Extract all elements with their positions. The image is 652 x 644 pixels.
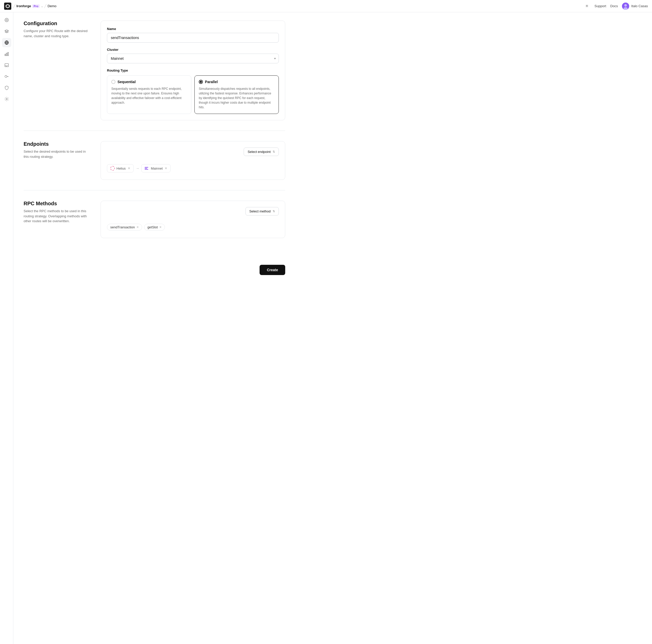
helius-label: Helius <box>116 166 126 170</box>
rpc-right: Select method ⇅ sendTransaction ✕ getSlo… <box>101 200 285 238</box>
endpoint-chip-helius: Helius ✕ <box>107 164 134 172</box>
method-chip-getslot: getSlot ✕ <box>144 224 165 231</box>
sidebar-item-inbox[interactable] <box>2 60 11 70</box>
support-link[interactable]: Support <box>595 4 606 8</box>
user-name: Italo Casas <box>631 4 648 8</box>
avatar <box>622 3 629 10</box>
brand-name[interactable]: Ironforge <box>17 4 31 8</box>
endpoint-chip-mainnet: Mainnet ✕ <box>141 164 170 172</box>
mainnet-line-1 <box>145 167 148 167</box>
routing-card-parallel[interactable]: Parallel Simultaneously dispatches reque… <box>194 75 279 114</box>
svg-rect-10 <box>8 52 8 56</box>
cluster-select[interactable]: Mainnet Devnet Testnet <box>107 54 279 63</box>
sidebar-item-radio[interactable] <box>2 16 11 25</box>
radio-sequential <box>111 80 115 84</box>
breadcrumb-chevron: ⌄ <box>41 4 43 8</box>
select-method-button[interactable]: Select method ⇅ <box>245 207 279 216</box>
sidebar-item-gear[interactable] <box>2 95 11 104</box>
select-endpoint-button[interactable]: Select endpoint ⇅ <box>244 147 279 156</box>
pro-badge: Pro <box>32 4 40 8</box>
endpoints-desc: Select the desired endpoints to be used … <box>24 149 90 159</box>
sidebar-item-chart[interactable] <box>2 49 11 58</box>
radio-parallel-dot <box>200 81 202 83</box>
method-chip-sendtransaction: sendTransaction ✕ <box>107 224 142 231</box>
main-content: Configuration Configure your RPC Route w… <box>13 12 296 294</box>
routing-options: Sequential Sequentially sends requests t… <box>107 75 279 114</box>
logo-icon <box>4 3 11 10</box>
sidebar-item-globe[interactable] <box>2 38 11 47</box>
mainnet-line-3 <box>145 169 148 169</box>
mainnet-label: Mainnet <box>151 166 163 170</box>
theme-toggle-icon[interactable]: ☀ <box>583 3 591 10</box>
rpc-methods-section: RPC Methods Select the RPC methods to be… <box>24 200 285 248</box>
routing-sequential-title: Sequential <box>117 80 136 84</box>
config-left: Configuration Configure your RPC Route w… <box>24 21 90 120</box>
cluster-select-wrapper: Mainnet Devnet Testnet ▾ <box>107 54 279 63</box>
method-sendtransaction-label: sendTransaction <box>110 225 135 229</box>
rpc-left: RPC Methods Select the RPC methods to be… <box>24 200 90 238</box>
helius-icon <box>110 166 115 171</box>
select-method-label: Select method <box>249 209 271 213</box>
slash-icon-2: ╱ <box>44 4 47 8</box>
endpoint-chips: Helius ✕ → Mainnet ✕ <box>107 161 279 173</box>
mainnet-close[interactable]: ✕ <box>165 166 167 170</box>
svg-point-13 <box>6 99 7 100</box>
docs-link[interactable]: Docs <box>610 4 618 8</box>
topbar-right: ☀ Support Docs Italo Casas <box>583 3 648 10</box>
user-menu[interactable]: Italo Casas <box>622 3 648 10</box>
svg-point-6 <box>6 19 7 21</box>
footer-row: Create <box>24 259 285 285</box>
configuration-section: Configuration Configure your RPC Route w… <box>24 21 285 131</box>
radio-parallel <box>199 80 203 84</box>
config-desc: Configure your RPC Route with the desire… <box>24 28 90 38</box>
routing-card-sequential[interactable]: Sequential Sequentially sends requests t… <box>107 75 191 114</box>
name-label: Name <box>107 27 279 31</box>
svg-rect-9 <box>6 53 7 56</box>
config-title: Configuration <box>24 21 90 26</box>
method-chips: sendTransaction ✕ getSlot ✕ <box>107 221 279 232</box>
svg-rect-11 <box>5 64 8 67</box>
method-getslot-label: getSlot <box>147 225 158 229</box>
topbar-left: ╱ Ironforge Pro ⌄ ╱ Demo <box>4 3 56 10</box>
endpoints-left: Endpoints Select the desired endpoints t… <box>24 141 90 180</box>
endpoint-select-row: Select endpoint ⇅ <box>107 147 279 156</box>
method-sendtransaction-close[interactable]: ✕ <box>136 225 139 229</box>
sidebar-item-key[interactable] <box>2 72 11 81</box>
svg-point-12 <box>5 75 7 78</box>
rpc-desc: Select the RPC methods to be used in thi… <box>24 209 90 224</box>
mainnet-icon <box>145 166 149 171</box>
routing-sequential-desc: Sequentially sends requests to each RPC … <box>111 86 187 105</box>
name-input[interactable] <box>107 33 279 43</box>
svg-rect-8 <box>5 54 6 56</box>
rpc-title: RPC Methods <box>24 200 90 207</box>
sidebar <box>0 12 13 294</box>
routing-parallel-desc: Simultaneously dispatches requests to al… <box>199 86 274 110</box>
select-method-arrow: ⇅ <box>273 210 275 213</box>
routing-type-label: Routing Type <box>107 69 279 72</box>
select-endpoint-arrow: ⇅ <box>273 150 275 154</box>
sidebar-item-shield[interactable] <box>2 83 11 92</box>
cluster-label: Cluster <box>107 48 279 52</box>
svg-point-3 <box>624 4 627 7</box>
mainnet-line-2 <box>145 168 147 168</box>
sidebar-item-layers[interactable] <box>2 27 11 36</box>
config-right: Name Cluster Mainnet Devnet Testnet ▾ Ro… <box>101 21 285 120</box>
select-endpoint-label: Select endpoint <box>247 150 271 154</box>
endpoints-section: Endpoints Select the desired endpoints t… <box>24 141 285 190</box>
create-button[interactable]: Create <box>260 265 285 275</box>
helius-close[interactable]: ✕ <box>128 166 130 170</box>
slash-icon: ╱ <box>13 4 16 8</box>
method-select-row: Select method ⇅ <box>107 207 279 216</box>
routing-parallel-header: Parallel <box>199 80 274 84</box>
routing-parallel-title: Parallel <box>205 80 218 84</box>
endpoints-title: Endpoints <box>24 141 90 147</box>
endpoint-arrow: → <box>136 166 139 170</box>
method-getslot-close[interactable]: ✕ <box>159 225 162 229</box>
endpoints-right: Select endpoint ⇅ Helius ✕ → <box>101 141 285 180</box>
svg-point-5 <box>5 18 8 22</box>
project-name[interactable]: Demo <box>48 4 56 8</box>
routing-sequential-header: Sequential <box>111 80 187 84</box>
topbar: ╱ Ironforge Pro ⌄ ╱ Demo ☀ Support Docs … <box>0 0 652 12</box>
breadcrumb: ╱ Ironforge Pro ⌄ ╱ Demo <box>13 4 56 8</box>
